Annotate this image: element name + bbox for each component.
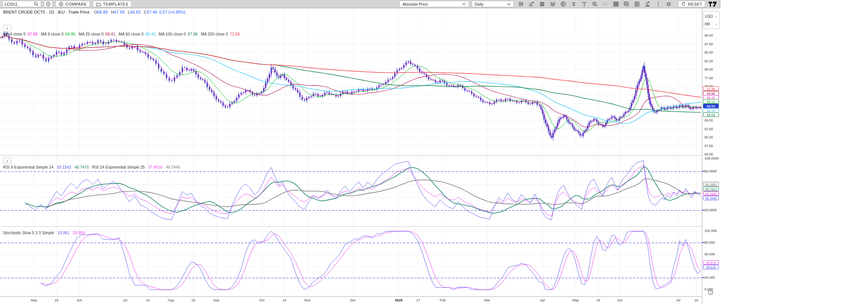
rsi-axis-label: 80.0000 <box>704 169 717 173</box>
symbol-input[interactable] <box>5 2 32 6</box>
price-axis-label: 65.00 <box>704 118 713 122</box>
symbol-title[interactable]: BRENT CRUDE OCT5 · 1D · IEU · Trade Pric… <box>3 10 90 14</box>
stochastic-chart-canvas[interactable] <box>0 227 702 297</box>
price-axis-label: 62.50 <box>704 127 713 131</box>
price-badge: 50.1691 <box>703 182 719 186</box>
ma-line-ma50 <box>0 36 701 124</box>
legend-part: 33.2343 <box>57 165 71 169</box>
collapse-pane-button[interactable]: ‹ <box>3 25 11 31</box>
price-scale[interactable]: USD ⌄ bbl ⌄ 90.0087.5085.0082.5080.0077.… <box>702 8 720 304</box>
time-axis-label: Sep <box>213 298 219 302</box>
time-axis-label: Feb <box>440 298 446 302</box>
price-axis-label: 87.50 <box>704 42 713 46</box>
compare-label: COMPARE <box>66 2 87 6</box>
stacked-view-icon[interactable] <box>539 1 545 7</box>
text-tool-icon[interactable] <box>581 1 587 7</box>
data-table-icon[interactable] <box>613 1 619 7</box>
stoch-axis-label: 80.000 <box>704 241 715 244</box>
time-axis[interactable]: May16JunJul16Aug16SepOct16NovDec202517Fe… <box>0 296 702 304</box>
legend-part: 10.861 <box>57 230 69 235</box>
templates-button[interactable]: TEMPLATES <box>93 1 131 7</box>
currency-dropdown[interactable]: USD ⌄ <box>705 12 718 20</box>
interval-value: Daily <box>475 2 483 6</box>
ma-line-ma4 <box>0 36 701 135</box>
time-axis-label: Jul <box>676 298 680 302</box>
reset-button[interactable]: RESET <box>678 1 705 7</box>
ma-legend-value: 71.93 <box>230 32 240 36</box>
ma-legend-label[interactable]: MA 50 close 0 <box>119 32 144 36</box>
zoom-out-icon[interactable] <box>602 1 608 7</box>
plus-circle-icon <box>58 2 64 7</box>
price-pane[interactable]: BRENT CRUDE OCT5 · 1D · IEU · Trade Pric… <box>0 8 702 155</box>
legend-part[interactable]: Stochastic Slow 5 3 3 Simple <box>3 230 54 235</box>
time-axis-label: May <box>572 298 579 302</box>
interval-dropdown[interactable]: Daily <box>472 1 514 7</box>
chart-report-icon[interactable] <box>645 1 651 7</box>
chevron-down-icon <box>507 3 511 6</box>
time-axis-label: 16 <box>283 298 286 302</box>
price-badge: 49.7923 <box>703 187 719 191</box>
ma-legend-value: 67.96 <box>188 32 197 36</box>
stoch-d-line <box>41 231 701 290</box>
events-icon[interactable] <box>560 1 566 7</box>
chevron-down-icon <box>462 3 466 6</box>
currency-value: USD <box>705 14 713 18</box>
timezone-clock-button[interactable] <box>708 289 714 296</box>
rsi-slow-ma-line <box>46 179 701 208</box>
add-pane-icon[interactable] <box>623 1 630 7</box>
candlestick-chart-icon[interactable] <box>518 1 524 7</box>
price-badge: 72.38 <box>703 86 719 91</box>
ma-legend-label[interactable]: MA 250 close 0 <box>201 32 228 36</box>
folder-icon <box>96 2 101 7</box>
legend-part: 37.4516 <box>148 165 162 169</box>
rsi-axis-label: 20.0000 <box>704 208 717 212</box>
symbol-legend: BRENT CRUDE OCT5 · 1D · IEU · Trade Pric… <box>3 10 185 14</box>
search-icon[interactable] <box>34 1 39 7</box>
compare-button[interactable]: COMPARE <box>55 1 90 7</box>
time-axis-label: Oct <box>259 298 264 302</box>
top-toolbar: COMPARE TEMPLATES Absolute Price Daily R… <box>0 0 720 8</box>
news-icon[interactable] <box>634 1 640 7</box>
reset-label: RESET <box>688 2 702 6</box>
chevron-down-icon: ⌄ <box>715 14 718 18</box>
band-tick <box>702 242 704 243</box>
rsi-pane[interactable]: ‹ RSI 9 Exponential Simple 1433.234348.7… <box>0 155 702 227</box>
price-axis-label: 60.00 <box>704 135 713 139</box>
ma-line-ma250 <box>0 36 701 97</box>
price-badge: 40.674 <box>703 260 719 265</box>
chevron-down-icon: ⌄ <box>715 22 718 26</box>
measure-icon[interactable] <box>571 1 577 7</box>
ma-legend-label[interactable]: MA 25 close 0 <box>79 32 104 36</box>
settings-gear-icon[interactable] <box>666 1 672 7</box>
price-mode-dropdown[interactable]: Absolute Price <box>399 1 469 7</box>
price-axis-label: 82.50 <box>704 59 713 63</box>
chart-area: BRENT CRUDE OCT5 · 1D · IEU · Trade Pric… <box>0 8 702 304</box>
change-value: 0.57 (+0.85%) <box>159 10 185 14</box>
performance-chart-icon[interactable] <box>529 1 535 7</box>
stoch-axis-label: 60.000 <box>704 252 715 256</box>
price-badge: 39.4945 <box>703 196 719 200</box>
candlestick-chart-canvas[interactable] <box>0 8 702 155</box>
rsi-axis-label: 100.0000 <box>704 157 719 160</box>
band-tick <box>702 171 704 172</box>
time-axis-label: Dec <box>350 298 356 302</box>
ohlc-value: 66.88 <box>97 10 108 14</box>
ma-legend-label[interactable]: MA 9 close 0 <box>41 32 63 36</box>
ma-legend-label[interactable]: MA 100 close 0 <box>159 32 186 36</box>
symbol-search-box[interactable] <box>2 1 41 7</box>
zoom-in-icon[interactable] <box>592 1 598 7</box>
collapse-pane-button[interactable]: ‹ <box>3 158 11 164</box>
time-axis-label: Jun <box>617 298 623 302</box>
more-options-icon[interactable] <box>655 1 661 7</box>
legend-part[interactable]: RSI 9 Exponential Simple 14 <box>3 165 53 169</box>
stochastic-pane[interactable]: Stochastic Slow 5 3 3 Simple10.86110.853 <box>0 226 702 297</box>
unit-dropdown[interactable]: bbl ⌄ <box>705 20 718 28</box>
time-axis-label: 17 <box>416 298 420 302</box>
interval-history-button[interactable] <box>44 1 53 7</box>
time-axis-label: Jun <box>77 298 83 302</box>
price-axis-label: 90.00 <box>704 34 713 37</box>
wave-pattern-icon[interactable] <box>550 1 556 7</box>
tradingview-logo[interactable] <box>708 1 718 8</box>
ma-legend-label[interactable]: MA 4 close 0 <box>3 32 26 36</box>
time-axis-label: 16 <box>191 298 195 302</box>
